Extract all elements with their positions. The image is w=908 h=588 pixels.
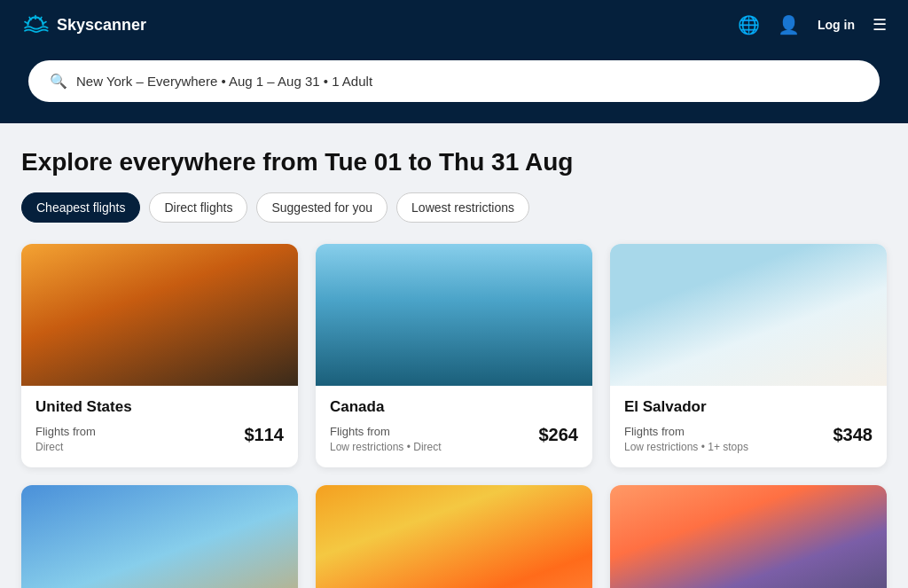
card-elsalvador[interactable]: El Salvador Flights from Low restriction… (610, 244, 887, 467)
card-canada[interactable]: Canada Flights from Low restrictions • D… (316, 244, 592, 467)
menu-icon[interactable]: ☰ (873, 15, 887, 35)
card-canada-restrictions: Low restrictions • Direct (330, 441, 442, 453)
card-usa-price: $114 (245, 425, 285, 445)
card-usa-flights-label: Flights from (35, 425, 96, 438)
card-elsalvador-flights-label: Flights from (624, 425, 748, 438)
card-mexico[interactable]: Mexico Flights from Direct $189 (21, 485, 298, 588)
explore-title: Explore everywhere from Tue 01 to Thu 31… (21, 148, 887, 176)
card-elsalvador-restrictions: Low restrictions • 1+ stops (624, 441, 748, 453)
tab-suggested-for-you[interactable]: Suggested for you (256, 192, 387, 223)
globe-icon[interactable]: 🌐 (738, 14, 760, 35)
card-israel[interactable]: Israel Flights from 1+ stops $512 (316, 485, 592, 588)
filter-tabs: Cheapest flights Direct flights Suggeste… (21, 192, 887, 223)
card-mexico-image (21, 485, 298, 588)
card-elsalvador-price: $348 (834, 425, 873, 445)
card-colombia[interactable]: Colombia Flights from Low restrictions $… (610, 485, 887, 588)
nav-left: Skyscanner (21, 14, 146, 35)
card-usa-left: Flights from Direct (35, 425, 96, 453)
card-canada-country: Canada (330, 398, 578, 416)
card-canada-image (316, 244, 592, 386)
card-canada-body: Canada Flights from Low restrictions • D… (316, 386, 592, 467)
search-icon: 🔍 (50, 73, 67, 90)
search-query-text: New York – Everywhere • Aug 1 – Aug 31 •… (76, 74, 372, 89)
login-button[interactable]: Log in (818, 18, 855, 32)
main-content: Explore everywhere from Tue 01 to Thu 31… (0, 123, 908, 588)
card-canada-price: $264 (539, 425, 579, 445)
card-usa-country: United States (35, 398, 284, 416)
card-usa-body: United States Flights from Direct $114 (21, 386, 298, 467)
card-israel-image (316, 485, 592, 588)
brand-name: Skyscanner (57, 16, 146, 35)
card-usa-restrictions: Direct (35, 441, 96, 453)
card-usa-info: Flights from Direct $114 (35, 425, 284, 453)
navbar: Skyscanner 🌐 👤 Log in ☰ (0, 0, 908, 50)
card-elsalvador-body: El Salvador Flights from Low restriction… (610, 386, 887, 467)
card-usa[interactable]: United States Flights from Direct $114 (21, 244, 298, 467)
destination-cards-grid: United States Flights from Direct $114 C… (21, 244, 887, 588)
user-icon[interactable]: 👤 (778, 14, 800, 35)
search-bar[interactable]: 🔍 New York – Everywhere • Aug 1 – Aug 31… (28, 60, 880, 102)
nav-right: 🌐 👤 Log in ☰ (738, 14, 887, 35)
tab-direct-flights[interactable]: Direct flights (149, 192, 247, 223)
card-colombia-image (610, 485, 887, 588)
card-elsalvador-left: Flights from Low restrictions • 1+ stops (624, 425, 748, 453)
card-elsalvador-country: El Salvador (624, 398, 873, 416)
card-canada-left: Flights from Low restrictions • Direct (330, 425, 442, 453)
card-usa-image (21, 244, 298, 386)
skyscanner-logo-icon (21, 14, 50, 35)
card-elsalvador-info: Flights from Low restrictions • 1+ stops… (624, 425, 873, 453)
card-canada-flights-label: Flights from (330, 425, 442, 438)
card-elsalvador-image (610, 244, 887, 386)
tab-lowest-restrictions[interactable]: Lowest restrictions (396, 192, 529, 223)
tab-cheapest-flights[interactable]: Cheapest flights (21, 192, 140, 223)
search-bar-section: 🔍 New York – Everywhere • Aug 1 – Aug 31… (0, 50, 908, 123)
card-canada-info: Flights from Low restrictions • Direct $… (330, 425, 578, 453)
